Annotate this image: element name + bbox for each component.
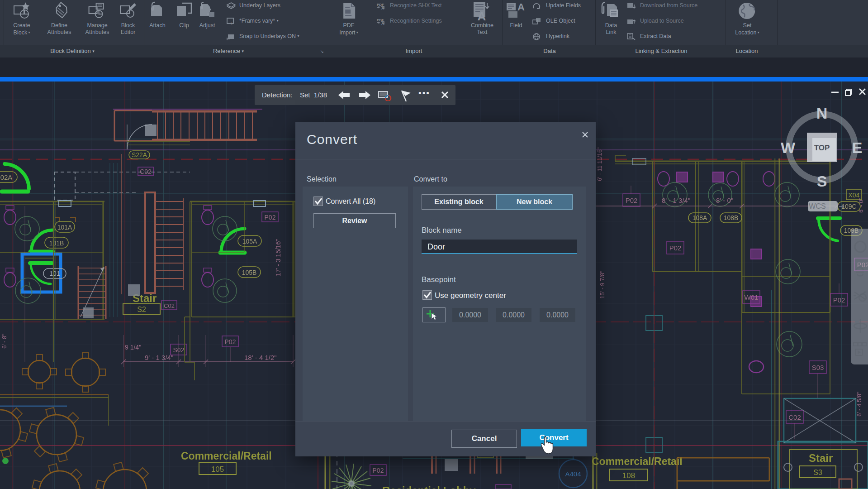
svg-text:Stair: Stair	[809, 452, 833, 464]
svg-text:W01: W01	[745, 293, 759, 301]
svg-text:S02: S02	[173, 346, 185, 354]
svg-text:WCS: WCS	[809, 202, 825, 210]
svg-text:18' - 4 1/2": 18' - 4 1/2"	[244, 354, 277, 361]
svg-text:108B: 108B	[724, 214, 739, 221]
svg-text:E: E	[852, 139, 863, 156]
svg-text:P02: P02	[833, 296, 845, 304]
svg-text:9 1/4": 9 1/4"	[125, 344, 141, 351]
svg-text:S2: S2	[137, 306, 146, 313]
svg-text:S22A: S22A	[132, 151, 147, 158]
svg-text:6' - 8": 6' - 8"	[1, 334, 8, 349]
svg-text:02A: 02A	[0, 173, 13, 181]
svg-text:S: S	[817, 173, 827, 190]
svg-text:A404: A404	[565, 470, 581, 478]
svg-text:105A: 105A	[242, 238, 257, 245]
svg-text:P02: P02	[373, 467, 384, 474]
svg-text:8' - 1 3/4": 8' - 1 3/4"	[662, 197, 690, 204]
svg-text:P02: P02	[265, 214, 276, 221]
svg-text:108A: 108A	[693, 214, 707, 221]
svg-text:Commercial/Retail: Commercial/Retail	[592, 455, 683, 467]
svg-text:9' - 1 3/4": 9' - 1 3/4"	[145, 354, 173, 361]
svg-text:105B: 105B	[242, 269, 257, 276]
svg-text:TOP: TOP	[814, 144, 830, 152]
svg-text:17' - 3 15/16": 17' - 3 15/16"	[275, 239, 282, 276]
svg-text:101B: 101B	[49, 240, 64, 247]
svg-text:6' - 11 11/16": 6' - 11 11/16"	[596, 147, 603, 181]
svg-text:P02: P02	[669, 244, 682, 252]
svg-text:15' - 9 7/8": 15' - 9 7/8"	[599, 271, 606, 299]
svg-text:P02: P02	[626, 197, 638, 204]
svg-text:108: 108	[622, 471, 635, 480]
svg-text:W: W	[781, 139, 796, 156]
svg-text:Residential Lobby: Residential Lobby	[382, 484, 476, 489]
svg-text:C02: C02	[788, 413, 801, 421]
svg-text:101: 101	[49, 270, 60, 277]
svg-text:A: A	[381, 6, 384, 10]
svg-text:6' - 4 5/8": 6' - 4 5/8"	[856, 392, 863, 417]
svg-text:S03: S03	[812, 364, 824, 371]
svg-text:N: N	[816, 105, 828, 122]
svg-text:A: A	[478, 10, 486, 22]
svg-text:P02: P02	[225, 338, 236, 345]
svg-text:8' - 0": 8' - 0"	[716, 197, 733, 204]
svg-text:L: L	[231, 22, 232, 25]
svg-text:S3: S3	[813, 469, 822, 476]
svg-text:C02: C02	[164, 302, 175, 309]
svg-text:Commercial/Retail: Commercial/Retail	[181, 450, 272, 462]
svg-text:A: A	[517, 1, 525, 13]
svg-text:101A: 101A	[57, 224, 72, 231]
svg-text:105: 105	[211, 465, 224, 474]
svg-text:A: A	[381, 21, 384, 25]
